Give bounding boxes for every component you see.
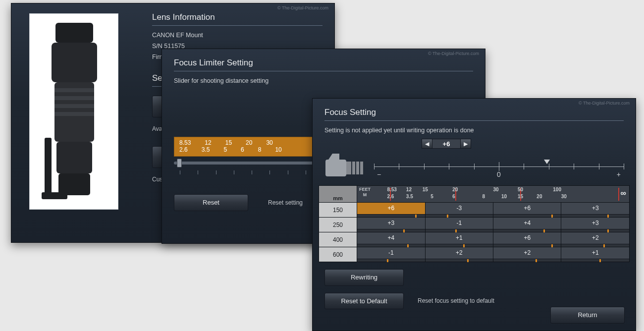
scale-feet: 8.53 (179, 139, 191, 146)
focus-value-cell[interactable]: -1 (425, 218, 493, 232)
svg-rect-6 (42, 192, 67, 199)
mm-cell: 150 (319, 203, 357, 218)
slider-thumb[interactable] (177, 159, 182, 167)
stepper-decrement[interactable]: ◀ (422, 139, 432, 149)
svg-rect-11 (325, 160, 346, 176)
svg-rect-4 (58, 173, 90, 195)
scale-m: 3.5 (202, 146, 210, 153)
svg-rect-9 (54, 104, 94, 108)
focus-value-cell[interactable]: +1 (561, 247, 630, 262)
infinity-icon: ∞ (621, 189, 626, 198)
svg-rect-8 (54, 96, 94, 100)
focus-value-cell[interactable]: +1 (425, 232, 493, 247)
svg-rect-0 (55, 23, 93, 43)
distance-header: FEET M 8.53 12 15 20 30 50 100 2.6 3.5 (357, 186, 630, 203)
scale-m: 2.6 (179, 146, 188, 153)
divider (324, 120, 624, 121)
divider (152, 25, 322, 26)
scale-feet: 12 (205, 139, 211, 146)
svg-rect-5 (45, 138, 52, 197)
focus-value-cell[interactable]: +4 (493, 218, 561, 232)
return-button[interactable]: Return (550, 307, 625, 324)
watermark: © The-Digital-Picture.com (428, 51, 479, 56)
svg-rect-14 (356, 162, 359, 174)
stepper-value: +6 (432, 139, 460, 149)
scale-m: 10 (275, 146, 281, 153)
mm-cell: 250 (319, 218, 357, 232)
scale-feet: 30 (266, 139, 272, 146)
svg-rect-13 (352, 162, 355, 174)
svg-rect-12 (346, 162, 351, 174)
mount-label: CANON EF Mount (140, 30, 334, 41)
focus-value-cell[interactable]: +3 (561, 218, 630, 232)
mm-cell: 400 (319, 232, 357, 247)
camera-icon (324, 151, 367, 178)
focus-setting-subtitle: Setting is not applied yet until writing… (313, 125, 636, 136)
focus-setting-panel: © The-Digital-Picture.com Focus Setting … (312, 98, 636, 331)
focus-value-cell[interactable]: +3 (357, 218, 425, 232)
focus-value-cell[interactable]: +2 (425, 247, 493, 262)
focus-value-cell[interactable]: +3 (561, 203, 630, 218)
focus-value-cell[interactable]: +6 (357, 203, 425, 218)
reset-label: Reset setting (268, 199, 303, 206)
focus-value-cell[interactable]: -3 (425, 203, 493, 218)
svg-rect-10 (54, 112, 94, 116)
reset-default-button[interactable]: Reset to Default (324, 293, 404, 310)
rewriting-button[interactable]: Rewriting (324, 269, 404, 286)
table-row: 600-1+2+2+1 (319, 247, 630, 262)
axis-plus: + (617, 170, 621, 178)
axis-minus: − (377, 170, 381, 178)
reset-button[interactable]: Reset (174, 194, 248, 211)
table-row: 150+6-3+6+3 (319, 203, 630, 218)
svg-rect-1 (52, 43, 97, 82)
focus-limiter-subtitle: Slider for shooting distance setting (162, 75, 485, 86)
scale-feet: 15 (225, 139, 232, 146)
lens-info-title: Lens Information (140, 3, 334, 25)
focus-value-cell[interactable]: +4 (357, 232, 425, 247)
table-row: 400+4+1+6+2 (319, 232, 630, 247)
focus-axis[interactable]: − 0 + (374, 157, 624, 178)
scale-m: 6 (241, 146, 244, 153)
watermark: © The-Digital-Picture.com (579, 101, 630, 106)
mm-cell: 600 (319, 247, 357, 262)
focus-adjust-stepper: ◀ +6 ▶ (422, 139, 471, 149)
table-row: 250+3-1+4+3 (319, 218, 630, 232)
divider (174, 71, 473, 71)
scale-m: 8 (258, 146, 262, 153)
focus-value-cell[interactable]: +2 (561, 232, 630, 247)
focus-value-cell[interactable]: +2 (493, 247, 561, 262)
svg-rect-15 (360, 162, 363, 174)
scale-m: 5 (223, 146, 227, 153)
focus-table: mm FEET M 8.53 12 15 20 30 (319, 185, 630, 262)
svg-rect-3 (56, 142, 92, 173)
mm-header: mm (319, 186, 357, 203)
stepper-increment[interactable]: ▶ (460, 139, 471, 149)
axis-zero: 0 (497, 170, 501, 178)
focus-value-cell[interactable]: -1 (357, 247, 425, 262)
lens-image (29, 13, 118, 210)
focus-value-cell[interactable]: +6 (493, 203, 561, 218)
reset-default-label: Reset focus setting to default (418, 297, 494, 304)
scale-feet: 20 (246, 139, 252, 146)
focus-value-cell[interactable]: +6 (493, 232, 561, 247)
svg-rect-7 (54, 88, 94, 92)
